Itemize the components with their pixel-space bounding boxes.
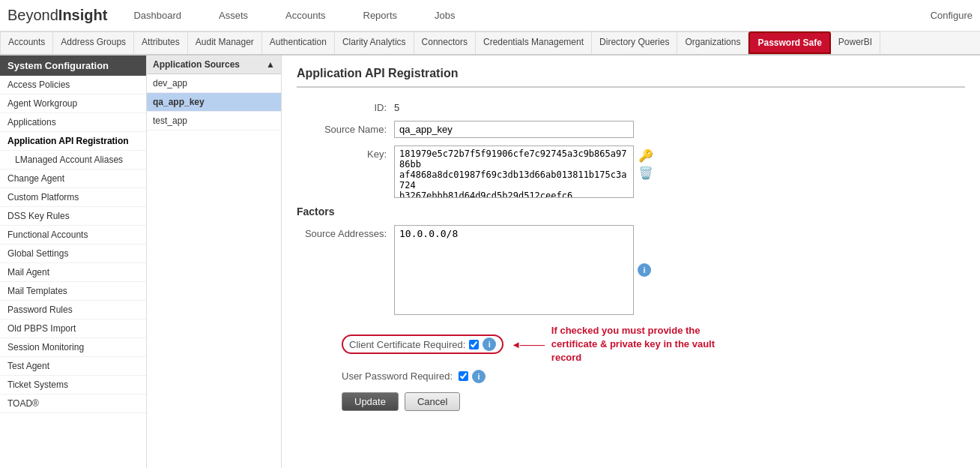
client-cert-label: Client Certificate Required:: [349, 339, 465, 350]
sidebar-item-change-agent[interactable]: Change Agent: [0, 170, 146, 188]
sidebar-item-custom-platforms[interactable]: Custom Platforms: [0, 188, 146, 207]
sidebar-item-toad[interactable]: TOAD®: [0, 394, 146, 413]
tab-password-safe[interactable]: Password Safe: [748, 32, 830, 54]
copy-key-icon[interactable]: 🔑: [638, 148, 653, 163]
update-button[interactable]: Update: [342, 392, 399, 411]
button-row: Update Cancel: [342, 392, 965, 411]
sidebar-item-session-monitoring[interactable]: Session Monitoring: [0, 338, 146, 357]
client-cert-info-icon[interactable]: i: [483, 338, 496, 351]
app-source-test-app[interactable]: test_app: [147, 112, 281, 130]
sidebar-item-agent-workgroup[interactable]: Agent Workgroup: [0, 94, 146, 113]
sidebar-item-mail-agent[interactable]: Mail Agent: [0, 263, 146, 282]
sidebar-item-access-policies[interactable]: Access Policies: [0, 76, 146, 94]
key-row-inner: 181979e5c72b7f5f91906cfe7c92745a3c9b865a…: [394, 146, 653, 198]
sidebar-item-functional-accounts[interactable]: Functional Accounts: [0, 226, 146, 244]
tab-clarity-analytics[interactable]: Clarity Analytics: [335, 32, 414, 54]
callout-container: Client Certificate Required: i ◄--------…: [342, 324, 965, 365]
nav-dashboard[interactable]: Dashboard: [130, 10, 185, 21]
tab-directory-queries[interactable]: Directory Queries: [592, 32, 677, 54]
cert-section: Client Certificate Required: i ◄--------…: [297, 324, 965, 383]
key-label: Key:: [297, 146, 394, 160]
sidebar-item-managed-account-aliases[interactable]: LManaged Account Aliases: [0, 151, 146, 170]
source-addresses-info-icon[interactable]: i: [638, 263, 651, 277]
user-password-checkbox[interactable]: [459, 371, 468, 381]
sidebar-item-password-rules[interactable]: Password Rules: [0, 301, 146, 320]
nav-configure[interactable]: Configure: [931, 10, 973, 21]
tab-address-groups[interactable]: Address Groups: [53, 32, 134, 54]
user-password-row: User Password Required: i: [342, 370, 965, 383]
factors-heading: Factors: [297, 206, 965, 218]
sidebar-item-applications[interactable]: Applications: [0, 113, 146, 132]
source-addresses-row: Source Addresses: 10.0.0.0/8 i: [297, 225, 965, 315]
delete-key-icon[interactable]: 🗑️: [638, 165, 653, 180]
key-icons: 🔑 🗑️: [638, 146, 653, 180]
tab-attributes[interactable]: Attributes: [134, 32, 188, 54]
sidebar: System Configuration Access Policies Age…: [0, 56, 147, 468]
sidebar-item-ticket-systems[interactable]: Ticket Systems: [0, 376, 146, 394]
source-addresses-textarea[interactable]: 10.0.0.0/8: [394, 225, 634, 315]
key-textarea[interactable]: 181979e5c72b7f5f91906cfe7c92745a3c9b865a…: [394, 146, 634, 198]
client-cert-circle: Client Certificate Required: i: [342, 334, 503, 354]
user-password-info-icon[interactable]: i: [472, 370, 486, 383]
tab-audit-manager[interactable]: Audit Manager: [188, 32, 262, 54]
sidebar-item-mail-templates[interactable]: Mail Templates: [0, 282, 146, 301]
sidebar-item-test-agent[interactable]: Test Agent: [0, 357, 146, 376]
callout-arrow: ◄--------------: [511, 339, 543, 350]
app-source-qa-app-key[interactable]: qa_app_key: [147, 93, 281, 112]
sidebar-title: System Configuration: [0, 56, 146, 76]
sidebar-item-app-api-registration[interactable]: Application API Registration: [0, 132, 146, 151]
source-addresses-group: 10.0.0.0/8 i: [394, 225, 651, 315]
content-title: Application API Registration: [297, 67, 965, 88]
tab-organizations[interactable]: Organizations: [677, 32, 748, 54]
id-value: 5: [394, 99, 399, 113]
nav-accounts[interactable]: Accounts: [282, 10, 329, 21]
middle-panel: Application Sources ▲ dev_app qa_app_key…: [147, 56, 282, 468]
cancel-button[interactable]: Cancel: [405, 392, 460, 411]
nav-assets[interactable]: Assets: [215, 10, 252, 21]
id-label: ID:: [297, 99, 394, 113]
source-name-row: Source Name:: [297, 121, 965, 138]
user-password-label: User Password Required:: [342, 370, 453, 382]
sidebar-item-dss-key-rules[interactable]: DSS Key Rules: [0, 207, 146, 226]
tab-powerbi[interactable]: PowerBI: [831, 32, 880, 54]
logo: BeyondInsight: [7, 7, 107, 24]
nav-reports[interactable]: Reports: [360, 10, 402, 21]
tab-credentials-management[interactable]: Credentials Management: [476, 32, 592, 54]
key-row: Key: 181979e5c72b7f5f91906cfe7c92745a3c9…: [297, 146, 965, 198]
tab-authentication[interactable]: Authentication: [262, 32, 335, 54]
sort-icon[interactable]: ▲: [266, 59, 275, 70]
client-cert-checkbox[interactable]: [469, 340, 479, 350]
nav-jobs[interactable]: Jobs: [431, 10, 459, 21]
sidebar-item-old-pbps-import[interactable]: Old PBPS Import: [0, 320, 146, 338]
content-area: Application API Registration ID: 5 Sourc…: [282, 56, 980, 468]
id-row: ID: 5: [297, 99, 965, 113]
tab-accounts[interactable]: Accounts: [0, 32, 53, 54]
middle-panel-header: Application Sources ▲: [147, 56, 281, 74]
source-name-input[interactable]: [394, 121, 634, 138]
source-name-label: Source Name:: [297, 121, 394, 135]
top-nav-items: Dashboard Assets Accounts Reports Jobs: [130, 10, 930, 21]
tab-bar: Accounts Address Groups Attributes Audit…: [0, 32, 980, 56]
callout-text: If checked you must provide the certific…: [551, 324, 716, 365]
tab-connectors[interactable]: Connectors: [414, 32, 476, 54]
main-layout: System Configuration Access Policies Age…: [0, 56, 980, 468]
source-addresses-label: Source Addresses:: [297, 225, 394, 239]
sidebar-item-global-settings[interactable]: Global Settings: [0, 244, 146, 263]
app-source-dev-app[interactable]: dev_app: [147, 74, 281, 93]
top-nav: BeyondInsight Dashboard Assets Accounts …: [0, 0, 980, 32]
